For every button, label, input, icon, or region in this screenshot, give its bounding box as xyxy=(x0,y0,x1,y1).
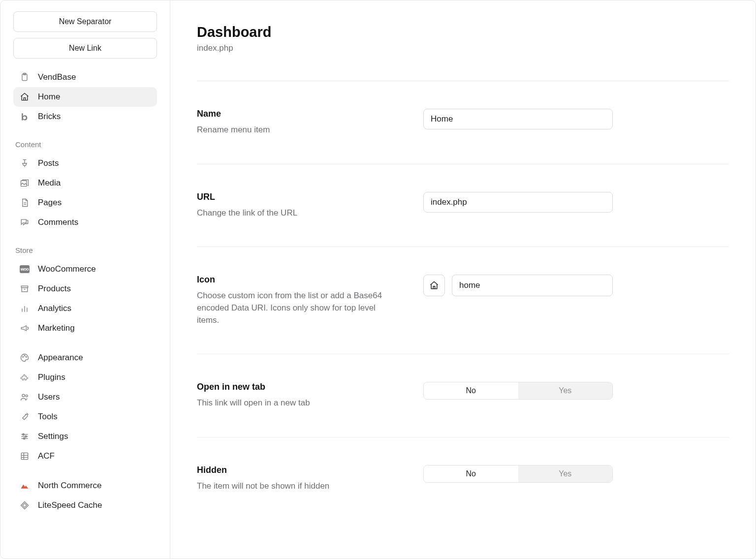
page-subtitle: index.php xyxy=(197,43,729,53)
toggle-yes[interactable]: Yes xyxy=(518,382,613,399)
sidebar-item-label: Users xyxy=(38,392,151,402)
field-hidden: Hidden The item will not be shown if hid… xyxy=(197,437,729,520)
new-link-button[interactable]: New Link xyxy=(13,38,157,59)
field-description: The item will not be shown if hidden xyxy=(197,480,394,493)
sidebar-item-label: Tools xyxy=(38,412,151,422)
svg-point-13 xyxy=(26,357,27,358)
sidebar-item-media[interactable]: Media xyxy=(13,173,157,193)
sidebar-item-label: Plugins xyxy=(38,373,151,382)
new-separator-button[interactable]: New Separator xyxy=(13,11,157,32)
sidebar-item-woocommerce[interactable]: woo WooCommerce xyxy=(13,259,157,279)
field-label-block: URL Change the link of the URL xyxy=(197,192,394,219)
sidebar-item-home[interactable]: Home xyxy=(13,87,157,107)
field-label-block: Name Rename menu item xyxy=(197,109,394,136)
field-description: This link will open in a new tab xyxy=(197,397,394,409)
home-icon xyxy=(429,280,439,290)
sidebar-item-users[interactable]: Users xyxy=(13,387,157,407)
sidebar-item-label: WooCommerce xyxy=(38,264,151,274)
sidebar-item-label: North Commerce xyxy=(38,481,151,491)
sidebar-item-label: Media xyxy=(38,178,151,188)
field-description: Rename menu item xyxy=(197,124,394,136)
sidebar-item-label: Appearance xyxy=(38,353,151,363)
svg-point-12 xyxy=(24,355,25,356)
sidebar-item-settings[interactable]: Settings xyxy=(13,427,157,446)
icon-row xyxy=(423,275,613,296)
nav-group-admin: Appearance Plugins Users Tools xyxy=(13,348,157,466)
page-icon xyxy=(19,197,30,208)
sidebar-item-label: Products xyxy=(38,284,151,294)
sidebar-item-label: Home xyxy=(38,92,151,102)
svg-point-11 xyxy=(23,357,24,358)
field-label: Icon xyxy=(197,275,394,285)
field-description: Choose custom icon from the list or add … xyxy=(197,290,394,326)
name-input[interactable] xyxy=(423,109,613,129)
field-control: No Yes xyxy=(423,465,613,483)
clipboard-icon xyxy=(19,72,30,83)
nav-group-extra: North Commerce LiteSpeed Cache xyxy=(13,476,157,515)
toggle-yes[interactable]: Yes xyxy=(518,466,613,482)
archive-icon xyxy=(19,283,30,294)
grid-icon xyxy=(19,451,30,462)
sidebar-item-north-commerce[interactable]: North Commerce xyxy=(13,476,157,496)
page-title: Dashboard xyxy=(197,24,729,40)
sidebar-item-posts[interactable]: Posts xyxy=(13,154,157,173)
sidebar-item-pages[interactable]: Pages xyxy=(13,193,157,213)
svg-rect-22 xyxy=(21,453,28,459)
analytics-icon xyxy=(19,303,30,314)
nav-group-store: woo WooCommerce Products Analytics xyxy=(13,259,157,338)
icon-input[interactable] xyxy=(452,275,613,296)
sidebar-item-acf[interactable]: ACF xyxy=(13,446,157,466)
woocommerce-icon: woo xyxy=(19,264,30,275)
wrench-icon xyxy=(19,411,30,422)
sidebar-item-comments[interactable]: Comments xyxy=(13,213,157,232)
pin-icon xyxy=(19,158,30,169)
sidebar-item-vendbase[interactable]: VendBase xyxy=(13,67,157,87)
svg-point-15 xyxy=(26,395,28,397)
sidebar-item-label: Posts xyxy=(38,158,151,168)
sidebar-item-analytics[interactable]: Analytics xyxy=(13,299,157,318)
megaphone-icon xyxy=(19,323,30,334)
sidebar-item-bricks[interactable]: Bricks xyxy=(13,107,157,126)
field-icon: Icon Choose custom icon from the list or… xyxy=(197,247,729,354)
sidebar-item-appearance[interactable]: Appearance xyxy=(13,348,157,368)
app-root: New Separator New Link VendBase Home Bri… xyxy=(0,0,756,559)
field-label: Open in new tab xyxy=(197,382,394,392)
palette-icon xyxy=(19,352,30,363)
sidebar-item-label: Marketing xyxy=(38,323,151,333)
field-name: Name Rename menu item xyxy=(197,81,729,164)
sidebar-item-label: Analytics xyxy=(38,304,151,313)
mountain-icon xyxy=(19,480,30,491)
field-label-block: Icon Choose custom icon from the list or… xyxy=(197,275,394,326)
nav-heading-store: Store xyxy=(13,237,157,259)
field-open-in-new-tab: Open in new tab This link will open in a… xyxy=(197,354,729,437)
sidebar-item-label: Pages xyxy=(38,198,151,208)
sidebar-item-label: LiteSpeed Cache xyxy=(38,500,151,510)
newtab-toggle: No Yes xyxy=(423,382,613,400)
url-input[interactable] xyxy=(423,192,613,213)
media-icon xyxy=(19,178,30,188)
nav-group-top: VendBase Home Bricks xyxy=(13,67,157,126)
sidebar-item-litespeed-cache[interactable]: LiteSpeed Cache xyxy=(13,496,157,515)
sidebar: New Separator New Link VendBase Home Bri… xyxy=(0,0,170,559)
nav-group-content: Posts Media Pages Comments xyxy=(13,154,157,232)
field-control xyxy=(423,275,613,296)
toggle-no[interactable]: No xyxy=(424,466,518,482)
field-label: Name xyxy=(197,109,394,119)
puzzle-icon xyxy=(19,372,30,383)
sliders-icon xyxy=(19,431,30,442)
field-label-block: Open in new tab This link will open in a… xyxy=(197,382,394,409)
diamond-icon xyxy=(19,500,30,511)
field-label: Hidden xyxy=(197,465,394,475)
sidebar-item-products[interactable]: Products xyxy=(13,279,157,299)
sidebar-item-plugins[interactable]: Plugins xyxy=(13,368,157,387)
nav-heading-content: Content xyxy=(13,131,157,154)
hidden-toggle: No Yes xyxy=(423,465,613,483)
icon-preview-button[interactable] xyxy=(423,275,445,296)
sidebar-item-marketing[interactable]: Marketing xyxy=(13,318,157,338)
sidebar-item-label: Bricks xyxy=(38,112,151,122)
bricks-icon xyxy=(19,111,30,122)
home-icon xyxy=(19,92,30,102)
toggle-no[interactable]: No xyxy=(424,382,518,399)
sidebar-item-tools[interactable]: Tools xyxy=(13,407,157,427)
users-icon xyxy=(19,392,30,403)
